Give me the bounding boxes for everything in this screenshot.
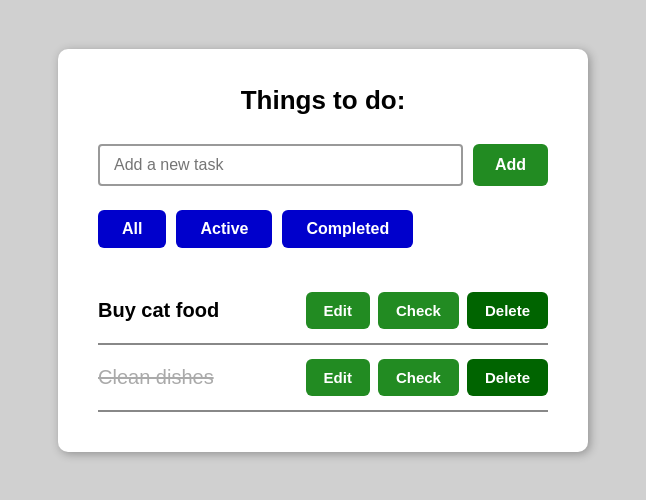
delete-button-2[interactable]: Delete: [467, 359, 548, 396]
filter-all-button[interactable]: All: [98, 210, 166, 248]
check-button-2[interactable]: Check: [378, 359, 459, 396]
task-actions: Edit Check Delete: [306, 359, 548, 396]
filter-row: All Active Completed: [98, 210, 548, 248]
input-row: Add: [98, 144, 548, 186]
task-input[interactable]: [98, 144, 463, 186]
check-button-1[interactable]: Check: [378, 292, 459, 329]
page-title: Things to do:: [98, 85, 548, 116]
task-name-completed: Clean dishes: [98, 366, 306, 389]
task-actions: Edit Check Delete: [306, 292, 548, 329]
delete-button-1[interactable]: Delete: [467, 292, 548, 329]
task-name: Buy cat food: [98, 299, 306, 322]
add-button[interactable]: Add: [473, 144, 548, 186]
filter-completed-button[interactable]: Completed: [282, 210, 413, 248]
edit-button-1[interactable]: Edit: [306, 292, 370, 329]
task-row: Clean dishes Edit Check Delete: [98, 345, 548, 412]
filter-active-button[interactable]: Active: [176, 210, 272, 248]
task-row: Buy cat food Edit Check Delete: [98, 278, 548, 345]
main-card: Things to do: Add All Active Completed B…: [58, 49, 588, 452]
task-list: Buy cat food Edit Check Delete Clean dis…: [98, 278, 548, 412]
edit-button-2[interactable]: Edit: [306, 359, 370, 396]
